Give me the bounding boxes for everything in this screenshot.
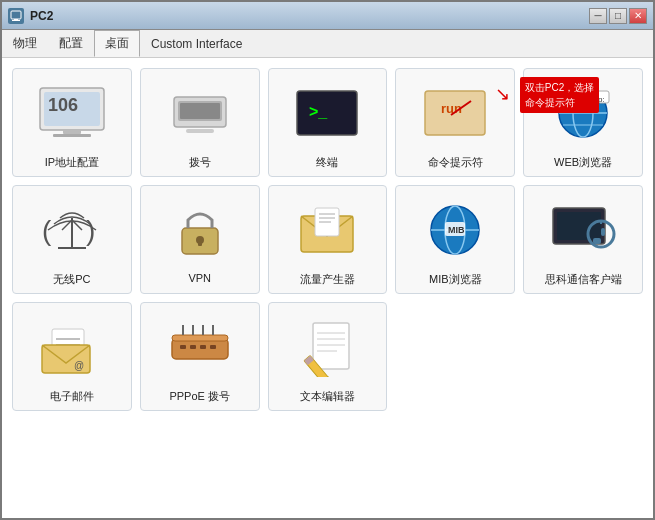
- svg-text:): ): [86, 215, 95, 246]
- icon-mib-browser-label: MIB浏览器: [429, 272, 482, 287]
- maximize-button[interactable]: □: [609, 8, 627, 24]
- icon-text-editor-image: [291, 311, 363, 383]
- svg-rect-59: [200, 345, 206, 349]
- menu-config[interactable]: 配置: [48, 30, 94, 57]
- icons-grid: 106 IP地址配置 拨号: [12, 68, 643, 411]
- icon-flow-gen-image: [291, 194, 363, 266]
- annotation-arrow: ↘: [495, 83, 510, 105]
- icon-flow-gen[interactable]: 流量产生器: [268, 185, 388, 294]
- svg-rect-65: [313, 323, 349, 369]
- icon-terminal-image: >_: [291, 77, 363, 149]
- icon-vpn-image: [164, 194, 236, 266]
- icon-cmd-image: run: [419, 77, 491, 149]
- svg-text:106: 106: [48, 95, 78, 115]
- icon-wireless-label: 无线PC: [53, 272, 90, 287]
- minimize-button[interactable]: ─: [589, 8, 607, 24]
- icon-email-image: @: [36, 311, 108, 383]
- icon-ip-config[interactable]: 106 IP地址配置: [12, 68, 132, 177]
- svg-rect-6: [63, 130, 81, 134]
- close-button[interactable]: ✕: [629, 8, 647, 24]
- menu-desktop[interactable]: 桌面: [94, 30, 140, 57]
- main-window: PC2 ─ □ ✕ 物理 配置 桌面 Custom Interface 106: [0, 0, 655, 520]
- icon-pppoe-label: PPPoE 拨号: [169, 389, 230, 404]
- svg-rect-10: [180, 103, 220, 119]
- icon-ip-config-label: IP地址配置: [45, 155, 99, 170]
- icon-mib-browser[interactable]: MIB MIB浏览器: [395, 185, 515, 294]
- svg-text:@: @: [74, 360, 84, 371]
- svg-text:(: (: [42, 215, 52, 246]
- icon-cisco-client-image: [547, 194, 619, 266]
- svg-rect-56: [172, 335, 228, 341]
- svg-rect-55: [172, 339, 228, 359]
- icon-mib-browser-image: MIB: [419, 194, 491, 266]
- icon-ip-config-image: 106: [36, 77, 108, 149]
- icon-cisco-client-label: 思科通信客户端: [545, 272, 622, 287]
- icon-vpn-label: VPN: [188, 272, 211, 284]
- icon-pppoe-image: [164, 311, 236, 383]
- cmd-annotation: 双击PC2，选择命令提示符: [520, 77, 599, 113]
- icon-dialup-label: 拨号: [189, 155, 211, 170]
- svg-rect-60: [210, 345, 216, 349]
- svg-rect-11: [186, 129, 214, 133]
- icon-terminal-label: 终端: [316, 155, 338, 170]
- svg-rect-44: [557, 212, 601, 240]
- window-title: PC2: [30, 9, 589, 23]
- menu-bar: 物理 配置 桌面 Custom Interface: [2, 30, 653, 58]
- icon-cmd-label: 命令提示符: [428, 155, 483, 170]
- icon-email-label: 电子邮件: [50, 389, 94, 404]
- icon-wireless-image: ( ): [36, 194, 108, 266]
- icon-email[interactable]: @ 电子邮件: [12, 302, 132, 411]
- icon-terminal[interactable]: >_ 终端: [268, 68, 388, 177]
- icon-text-editor-label: 文本编辑器: [300, 389, 355, 404]
- title-bar: PC2 ─ □ ✕: [2, 2, 653, 30]
- icon-cisco-client[interactable]: 思科通信客户端: [523, 185, 643, 294]
- icon-vpn[interactable]: VPN: [140, 185, 260, 294]
- svg-rect-0: [11, 11, 21, 19]
- svg-rect-46: [593, 238, 601, 244]
- svg-rect-2: [12, 20, 20, 21]
- svg-rect-58: [190, 345, 196, 349]
- app-icon: [8, 8, 24, 24]
- window-controls: ─ □ ✕: [589, 8, 647, 24]
- icon-flow-gen-label: 流量产生器: [300, 272, 355, 287]
- icon-dialup-image: [164, 77, 236, 149]
- content-area: 106 IP地址配置 拨号: [2, 58, 653, 518]
- icon-web-browser-label: WEB浏览器: [554, 155, 612, 170]
- svg-rect-32: [198, 240, 202, 246]
- menu-physics[interactable]: 物理: [2, 30, 48, 57]
- icon-wireless[interactable]: ( ) 无线PC: [12, 185, 132, 294]
- svg-rect-7: [53, 134, 91, 137]
- menu-custom[interactable]: Custom Interface: [140, 30, 253, 57]
- svg-rect-57: [180, 345, 186, 349]
- svg-text:MIB: MIB: [448, 225, 465, 235]
- icon-text-editor[interactable]: 文本编辑器: [268, 302, 388, 411]
- svg-text:>_: >_: [309, 103, 328, 120]
- svg-rect-47: [601, 228, 605, 236]
- icon-dialup[interactable]: 拨号: [140, 68, 260, 177]
- icon-pppoe[interactable]: PPPoE 拨号: [140, 302, 260, 411]
- icon-cmd[interactable]: run 双击PC2，选择命令提示符 ↘ 命令提示符: [395, 68, 515, 177]
